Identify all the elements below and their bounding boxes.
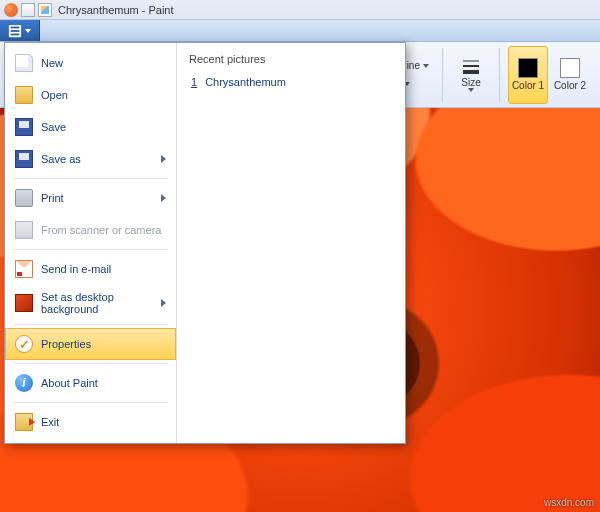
menu-about-label: About Paint [41, 377, 166, 389]
menu-saveas-label: Save as [41, 153, 153, 165]
menu-about[interactable]: i About Paint [5, 367, 176, 399]
menu-save-as[interactable]: Save as [5, 143, 176, 175]
menu-new[interactable]: New [5, 47, 176, 79]
menu-separator [13, 402, 168, 403]
scanner-icon [15, 221, 33, 239]
menu-separator [13, 249, 168, 250]
window-title: Chrysanthemum - Paint [58, 4, 174, 16]
chevron-down-icon [423, 64, 429, 68]
title-bar: Chrysanthemum - Paint [0, 0, 600, 20]
menu-separator [13, 178, 168, 179]
menu-properties[interactable]: Properties [5, 328, 176, 360]
color2-button[interactable]: Color 2 [550, 46, 590, 104]
chevron-down-icon [468, 88, 474, 92]
open-icon [15, 86, 33, 104]
watermark: wsxdn.com [544, 497, 594, 508]
color1-swatch [518, 58, 538, 78]
app-menu-list: New Open Save Save as Print From scanner… [5, 43, 177, 443]
recent-header: Recent pictures [189, 53, 393, 65]
size-button[interactable]: Size [451, 46, 491, 104]
menu-properties-label: Properties [41, 338, 166, 350]
menu-exit[interactable]: Exit [5, 406, 176, 438]
color2-swatch [560, 58, 580, 78]
color1-label: Color 1 [512, 80, 544, 91]
print-icon [15, 189, 33, 207]
menu-email-label: Send in e-mail [41, 263, 166, 275]
desktop-bg-icon [15, 294, 33, 312]
info-icon: i [15, 374, 33, 392]
qat-new-icon[interactable] [21, 3, 35, 17]
file-menu-button[interactable] [0, 20, 40, 41]
menu-separator [13, 363, 168, 364]
menu-save-label: Save [41, 121, 166, 133]
ribbon-separator [499, 48, 500, 102]
size-icon [461, 57, 481, 77]
menu-scanner-label: From scanner or camera [41, 224, 166, 236]
menu-from-scanner: From scanner or camera [5, 214, 176, 246]
svg-rect-2 [11, 30, 20, 32]
color1-button[interactable]: Color 1 [508, 46, 548, 104]
exit-icon [15, 413, 33, 431]
menu-send-email[interactable]: Send in e-mail [5, 253, 176, 285]
svg-rect-1 [11, 26, 20, 28]
menu-exit-label: Exit [41, 416, 166, 428]
sys-icon [4, 3, 18, 17]
menu-new-label: New [41, 57, 166, 69]
menu-separator [13, 324, 168, 325]
mail-icon [15, 260, 33, 278]
chevron-right-icon [161, 299, 166, 307]
menu-desktopbg-label: Set as desktop background [41, 291, 153, 315]
recent-item-index: 1 [191, 76, 197, 88]
recent-item-name: Chrysanthemum [205, 76, 286, 88]
menu-open-label: Open [41, 89, 166, 101]
size-label: Size [461, 77, 480, 88]
app-menu: New Open Save Save as Print From scanner… [4, 42, 406, 444]
menu-print-label: Print [41, 192, 153, 204]
qat-image-icon[interactable] [38, 3, 52, 17]
save-as-icon [15, 150, 33, 168]
recent-item[interactable]: 1 Chrysanthemum [189, 73, 393, 91]
menu-save[interactable]: Save [5, 111, 176, 143]
save-icon [15, 118, 33, 136]
ribbon-separator [442, 48, 443, 102]
new-icon [15, 54, 33, 72]
properties-icon [15, 335, 33, 353]
menu-open[interactable]: Open [5, 79, 176, 111]
file-menu-icon [8, 24, 22, 38]
color2-label: Color 2 [554, 80, 586, 91]
chevron-down-icon [25, 29, 31, 33]
quick-access-bar [0, 20, 600, 42]
menu-set-desktop-bg[interactable]: Set as desktop background [5, 285, 176, 321]
chevron-right-icon [161, 194, 166, 202]
chevron-right-icon [161, 155, 166, 163]
svg-rect-3 [11, 33, 20, 35]
menu-print[interactable]: Print [5, 182, 176, 214]
app-menu-recent-panel: Recent pictures 1 Chrysanthemum [177, 43, 405, 443]
